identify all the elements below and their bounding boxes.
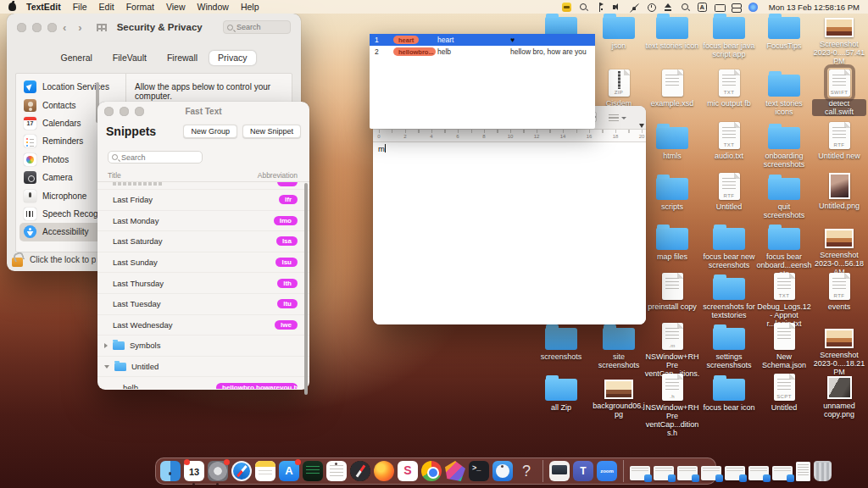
desktop-icon[interactable]: preinstall copy: [645, 273, 699, 311]
desktop-icon[interactable]: TXTmic output fb: [702, 69, 756, 108]
desktop-icon[interactable]: all Zip: [534, 374, 588, 412]
right-margin-marker[interactable]: [639, 124, 644, 128]
fast-text-menu-icon[interactable]: [562, 3, 571, 12]
list-style-dropdown[interactable]: [609, 114, 631, 123]
desktop-icon[interactable]: TXTaudio.txt: [702, 122, 756, 160]
show-all-grid-icon[interactable]: [97, 24, 107, 31]
calendar-dock-icon[interactable]: 13: [184, 461, 204, 481]
tab-filevault[interactable]: FileVault: [104, 51, 155, 65]
tab-firewall[interactable]: Firewall: [159, 51, 206, 65]
desktop-icon[interactable]: background06.jpg: [592, 374, 646, 419]
snippet-row[interactable]: Last Saturday lsa: [97, 231, 309, 252]
desktop-icon[interactable]: site screenshots: [592, 323, 646, 369]
minimize-button[interactable]: [120, 107, 129, 116]
finder-dock-icon[interactable]: [160, 461, 181, 481]
search-input[interactable]: [233, 23, 280, 31]
desktop-icon[interactable]: focus bear icon: [702, 374, 756, 412]
desktop-icon[interactable]: New Schema.json: [757, 323, 811, 369]
minimized-document-thumbnail[interactable]: [796, 462, 810, 481]
safari-dock-icon[interactable]: [231, 461, 252, 481]
desktop-icon[interactable]: onboarding screenshots: [757, 122, 811, 169]
tab-privacy[interactable]: Privacy: [209, 51, 255, 65]
desktop-icon[interactable]: SWIFTdetect call.swift: [812, 69, 866, 116]
display-icon[interactable]: [715, 3, 724, 12]
snippet-row[interactable]: Last Thursday lth: [97, 273, 309, 294]
minimized-window-thumbnail[interactable]: [677, 466, 698, 480]
zoom-button[interactable]: [135, 107, 144, 116]
desktop-icon[interactable]: scripts: [645, 173, 699, 211]
menu-bar-clock[interactable]: Mon 13 Feb 12:58:16 PM: [769, 3, 860, 12]
desktop-icon[interactable]: RTFUntitled new: [812, 122, 866, 160]
desktop-icon[interactable]: focus bear onboard...eenshots: [757, 223, 811, 278]
desktop-icon[interactable]: Screenshot 2023-0...56.18 AM: [812, 223, 866, 276]
origami-app-dock-icon[interactable]: [445, 461, 465, 481]
group-row-untitled[interactable]: Untitled: [97, 357, 309, 378]
chrome-dock-icon[interactable]: [421, 461, 442, 481]
desktop-icon[interactable]: .hNSWindow+RHPre ventCap...ditions.h: [645, 374, 699, 437]
snippet-search-field[interactable]: [108, 151, 203, 164]
minimized-window-thumbnail[interactable]: [725, 466, 745, 480]
system-preferences-dock-icon[interactable]: [208, 461, 228, 481]
volume-icon[interactable]: [613, 3, 622, 12]
input-source-icon[interactable]: A: [698, 3, 707, 12]
document-text-area[interactable]: m: [373, 142, 646, 324]
wifi-off-icon[interactable]: [630, 3, 639, 12]
eject-icon[interactable]: [664, 3, 673, 12]
compass-app-dock-icon[interactable]: [350, 461, 370, 481]
menu-window[interactable]: Window: [198, 2, 229, 12]
console-dock-icon[interactable]: [303, 461, 323, 481]
desktop-icon[interactable]: RTFUntitled: [702, 173, 756, 211]
desktop-icon[interactable]: text stories icons: [757, 69, 811, 116]
menu-edit[interactable]: Edit: [99, 2, 114, 12]
desktop-icon[interactable]: TXTDebug_Logs.12 - Appnot r...login.txt: [757, 273, 811, 328]
desktop-icon[interactable]: Untitled.png: [812, 173, 866, 210]
desktop-icon[interactable]: settings screenshsots: [702, 323, 756, 369]
menu-format[interactable]: Format: [126, 2, 154, 12]
desktop-icon[interactable]: map files: [645, 223, 699, 261]
desktop-icon[interactable]: RTFevents: [812, 273, 866, 311]
snippet-row[interactable]: Last Monday lmo: [97, 211, 309, 232]
microsoft-teams-dock-icon[interactable]: T: [573, 461, 593, 481]
apple-menu-icon[interactable]: [8, 3, 16, 11]
partially-scrolled-row[interactable]: [97, 182, 309, 190]
menu-help[interactable]: Help: [241, 2, 259, 12]
group-row-symbols[interactable]: Symbols: [97, 336, 309, 357]
screen-sharing-dock-icon[interactable]: [549, 461, 570, 481]
minimized-window-thumbnail[interactable]: [748, 466, 769, 480]
desktop-icon[interactable]: json: [592, 12, 646, 50]
new-group-button[interactable]: New Group: [183, 125, 237, 138]
notes-dock-icon[interactable]: [255, 461, 275, 481]
s-app-dock-icon[interactable]: S: [398, 461, 418, 481]
desktop-icon[interactable]: text stories icon: [645, 12, 699, 50]
close-button[interactable]: [104, 107, 114, 116]
desktop-icon[interactable]: quit screenshots: [757, 173, 811, 219]
desktop-icon[interactable]: SCPTUntitled: [757, 374, 811, 412]
search-input[interactable]: [118, 153, 186, 162]
minimized-window-thumbnail[interactable]: [654, 466, 674, 480]
back-chevron-icon[interactable]: ‹: [63, 21, 66, 34]
tab-general[interactable]: General: [52, 51, 100, 65]
spotlight-icon[interactable]: [681, 3, 690, 12]
disclosure-open-icon[interactable]: [104, 365, 109, 369]
zoom-dock-icon[interactable]: zoom: [597, 461, 617, 481]
minimized-window-thumbnail[interactable]: [701, 466, 721, 480]
desktop-icon[interactable]: example.xsd: [645, 69, 699, 108]
security-search-field[interactable]: [223, 20, 291, 34]
magnifier-icon[interactable]: [579, 3, 588, 12]
bluetooth-icon[interactable]: [596, 3, 605, 12]
suggestion-row[interactable]: 2 hellowbro... helb hellow bro, how are …: [370, 46, 595, 58]
siri-icon[interactable]: [748, 3, 758, 12]
minimized-window-thumbnail[interactable]: [630, 466, 650, 480]
app-menu-textedit[interactable]: TextEdit: [26, 2, 61, 12]
menu-file[interactable]: File: [73, 2, 87, 12]
snippet-row[interactable]: Last Sunday lsu: [97, 252, 309, 274]
minimized-window-thumbnail[interactable]: [772, 466, 793, 480]
snippet-row[interactable]: Last Tuesday ltu: [97, 294, 309, 315]
ruler[interactable]: 0 2 4 6 8 10 12 14 16 18 20: [373, 130, 646, 142]
new-snippet-button[interactable]: New Snippet: [242, 125, 301, 138]
snippet-row[interactable]: helb hellowbro,howareyou h: [97, 377, 309, 389]
time-machine-icon[interactable]: [647, 3, 656, 12]
snippet-row[interactable]: Last Wednesday lwe: [97, 315, 309, 336]
desktop-icon[interactable]: htmls: [645, 122, 699, 160]
desktop-icon[interactable]: unnamed copy.png: [812, 374, 866, 419]
